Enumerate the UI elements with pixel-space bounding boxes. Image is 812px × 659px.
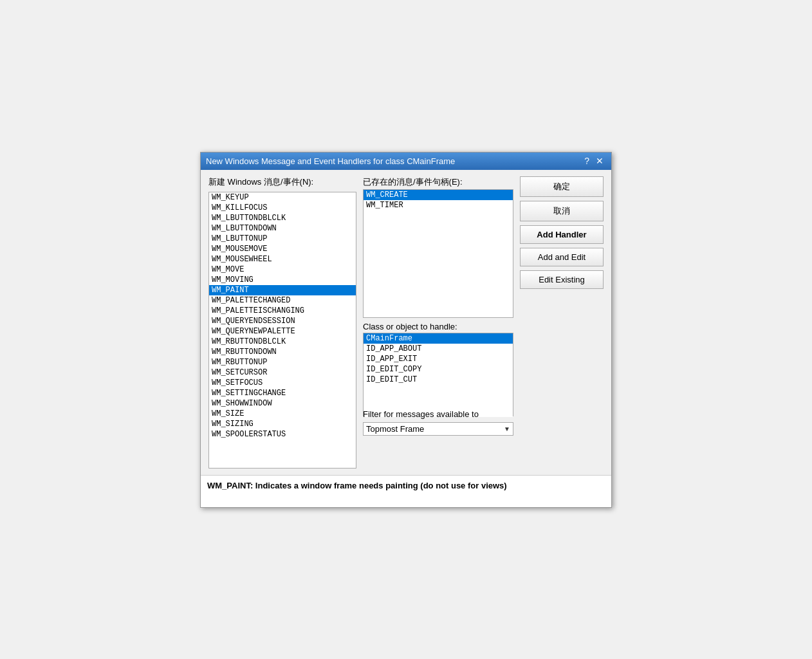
title-bar: New Windows Message and Event Handlers f… bbox=[201, 153, 611, 170]
list-item[interactable]: WM_CREATE bbox=[364, 190, 513, 200]
class-object-container: Class or object to handle: CMainFrameID_… bbox=[363, 322, 513, 405]
list-item[interactable]: WM_MOVING bbox=[209, 275, 356, 285]
right-panel: 确定 取消 Add Handler Add and Edit Edit Exis… bbox=[520, 176, 604, 469]
edit-existing-button[interactable]: Edit Existing bbox=[520, 270, 604, 289]
filter-combo[interactable]: Topmost Frame ▼ bbox=[363, 422, 513, 436]
list-item[interactable]: WM_PALETTEISCHANGING bbox=[209, 306, 356, 316]
list-item[interactable]: WM_KEYUP bbox=[209, 192, 356, 203]
list-item[interactable]: WM_MOVE bbox=[209, 265, 356, 275]
new-messages-label: 新建 Windows 消息/事件(N): bbox=[208, 176, 356, 188]
left-panel: 新建 Windows 消息/事件(N): WM_KEYUPWM_KILLFOCU… bbox=[208, 176, 356, 469]
list-item[interactable]: WM_SETCURSOR bbox=[209, 367, 356, 378]
dialog-title: New Windows Message and Event Handlers f… bbox=[206, 156, 455, 166]
add-and-edit-button[interactable]: Add and Edit bbox=[520, 248, 604, 266]
status-bar: WM_PAINT: Indicates a window frame needs… bbox=[201, 475, 611, 507]
filter-container: Filter for messages available to Topmost… bbox=[363, 409, 513, 436]
list-item[interactable]: WM_PALETTECHANGED bbox=[209, 295, 356, 306]
list-item[interactable]: WM_RBUTTONDOWN bbox=[209, 347, 356, 357]
list-item[interactable]: WM_KILLFOCUS bbox=[209, 203, 356, 213]
list-item[interactable]: WM_SETFOCUS bbox=[209, 378, 356, 388]
list-item[interactable]: ID_APP_ABOUT bbox=[364, 344, 513, 354]
list-item[interactable]: WM_SIZING bbox=[209, 419, 356, 429]
list-item[interactable]: WM_SHOWWINDOW bbox=[209, 398, 356, 409]
list-item[interactable]: ID_EDIT_COPY bbox=[364, 364, 513, 375]
list-item[interactable]: WM_MOUSEMOVE bbox=[209, 244, 356, 254]
filter-label: Filter for messages available to bbox=[363, 409, 513, 419]
class-object-listbox-wrapper: CMainFrameID_APP_ABOUTID_APP_EXITID_EDIT… bbox=[363, 333, 513, 416]
title-bar-controls: ? ✕ bbox=[582, 156, 606, 165]
list-item[interactable]: WM_RBUTTONDBLCLK bbox=[209, 337, 356, 347]
class-object-label: Class or object to handle: bbox=[363, 322, 513, 331]
help-button[interactable]: ? bbox=[582, 156, 592, 165]
ok-button[interactable]: 确定 bbox=[520, 176, 604, 197]
dialog-body: 新建 Windows 消息/事件(N): WM_KEYUPWM_KILLFOCU… bbox=[201, 170, 611, 475]
list-item[interactable]: WM_LBUTTONUP bbox=[209, 234, 356, 244]
list-item[interactable]: WM_LBUTTONDOWN bbox=[209, 223, 356, 234]
existing-events-listbox[interactable]: WM_CREATEWM_TIMER bbox=[363, 189, 513, 318]
middle-panel: 已存在的消息/事件句柄(E): WM_CREATEWM_TIMER Class … bbox=[363, 176, 513, 469]
class-object-listbox[interactable]: CMainFrameID_APP_ABOUTID_APP_EXITID_EDIT… bbox=[364, 333, 513, 417]
list-item[interactable]: WM_LBUTTONDBLCLK bbox=[209, 213, 356, 223]
new-messages-listbox-container: WM_KEYUPWM_KILLFOCUSWM_LBUTTONDBLCLKWM_L… bbox=[208, 192, 356, 469]
list-item[interactable]: WM_MOUSEWHEEL bbox=[209, 254, 356, 265]
list-item[interactable]: WM_SETTINGCHANGE bbox=[209, 388, 356, 398]
list-item[interactable]: WM_SIZE bbox=[209, 409, 356, 419]
list-item[interactable]: ID_EDIT_CUT bbox=[364, 375, 513, 385]
combo-arrow-icon: ▼ bbox=[504, 425, 510, 432]
list-item[interactable]: WM_QUERYNEWPALETTE bbox=[209, 326, 356, 337]
new-messages-listbox[interactable]: WM_KEYUPWM_KILLFOCUSWM_LBUTTONDBLCLKWM_L… bbox=[209, 192, 356, 468]
list-item[interactable]: WM_SPOOLERSTATUS bbox=[209, 429, 356, 440]
dialog-window: New Windows Message and Event Handlers f… bbox=[200, 152, 612, 508]
existing-events-container: 已存在的消息/事件句柄(E): WM_CREATEWM_TIMER bbox=[363, 176, 513, 318]
list-item[interactable]: WM_PAINT bbox=[209, 285, 356, 295]
add-handler-button[interactable]: Add Handler bbox=[520, 225, 604, 244]
close-button[interactable]: ✕ bbox=[593, 156, 606, 165]
list-item[interactable]: ID_APP_EXIT bbox=[364, 354, 513, 364]
list-item[interactable]: WM_TIMER bbox=[364, 200, 513, 210]
list-item[interactable]: CMainFrame bbox=[364, 333, 513, 344]
list-item[interactable]: WM_QUERYENDSESSION bbox=[209, 316, 356, 326]
list-item[interactable]: WM_RBUTTONUP bbox=[209, 357, 356, 367]
status-text: WM_PAINT: Indicates a window frame needs… bbox=[207, 481, 507, 490]
existing-events-label: 已存在的消息/事件句柄(E): bbox=[363, 176, 513, 188]
filter-value: Topmost Frame bbox=[366, 424, 424, 434]
cancel-button[interactable]: 取消 bbox=[520, 201, 604, 221]
